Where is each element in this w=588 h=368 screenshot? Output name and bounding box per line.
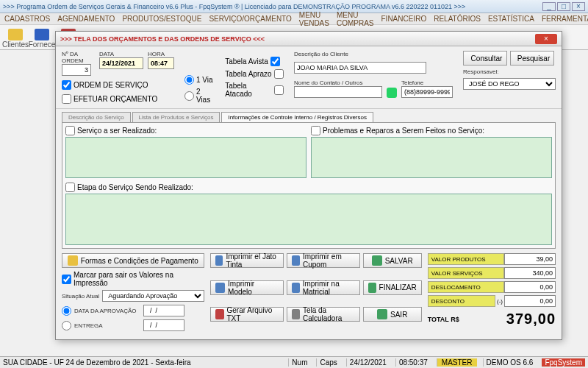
ordem-servico-check[interactable]: ORDEM DE SERVIÇO xyxy=(62,80,174,90)
situacao-label: Situação Atual xyxy=(62,293,99,300)
tab-controle-interno[interactable]: Informações de Controle Interno / Regist… xyxy=(221,112,373,122)
save-icon xyxy=(372,255,382,266)
responsavel-select[interactable]: JOSÉ DO REGO xyxy=(463,78,556,90)
order-no-input[interactable] xyxy=(62,64,91,76)
tabela-aprazo-check[interactable]: Tabela Aprazo xyxy=(225,69,284,79)
status-master: MASTER xyxy=(437,358,477,367)
finalizar-button[interactable]: FINALIZAR xyxy=(363,280,422,295)
statusbar: SUA CIDADE - UF 24 de Dezembro de 2021 -… xyxy=(0,356,588,368)
status-date: 24/12/2021 xyxy=(346,358,390,367)
status-caps: Caps xyxy=(316,358,340,367)
panel1-check[interactable] xyxy=(65,126,75,135)
tab-descricao[interactable]: Descrição do Serviço xyxy=(62,112,131,122)
left-controls: Formas e Condições de Pagamento Marcar p… xyxy=(62,253,204,331)
menu-compras[interactable]: MENU COMPRAS xyxy=(337,11,374,27)
panel-etapa: Etapa do Serviço Sendo Realizado: xyxy=(65,183,552,247)
status-left: SUA CIDADE - UF 24 de Dezembro de 2021 -… xyxy=(3,358,282,367)
tabs: Descrição do Serviço Lista de Produtos e… xyxy=(62,112,556,122)
marcar-valores-check[interactable]: Marcar para sair os Valores na Impressão xyxy=(62,271,204,287)
tabela-atacado-check[interactable]: Tabela Atacado xyxy=(225,82,284,98)
total-value: 379,00 xyxy=(506,311,556,328)
date-label: DATA xyxy=(99,51,143,57)
print-grid: Imprimir el Jato Tinta Imprimir em Cupom… xyxy=(210,253,422,331)
valor-servicos-label: VALOR SERVIÇOS xyxy=(428,267,504,279)
txt-icon xyxy=(215,309,224,319)
menu-agendamento[interactable]: AGENDAMENTO xyxy=(57,15,115,23)
deslocamento-label: DESLOCAMENTO xyxy=(428,281,504,293)
print-jato-button[interactable]: Imprimir el Jato Tinta xyxy=(210,253,284,268)
cliente-input[interactable] xyxy=(294,62,426,74)
supplier-icon xyxy=(35,29,49,40)
menu-cadastros[interactable]: CADASTROS xyxy=(4,15,50,23)
situacao-select[interactable]: Aguardando Aprovação xyxy=(102,290,204,302)
order-modal: >>> TELA DOS ORÇAMENTOS E DAS ORDENS DE … xyxy=(55,31,562,340)
calculadora-button[interactable]: Tela da Calculadora xyxy=(287,307,360,322)
via1-radio[interactable]: 1 Via xyxy=(184,75,215,85)
gerar-txt-button[interactable]: Gerar Arquivo TXT xyxy=(210,307,284,322)
exit-icon xyxy=(377,309,387,319)
menu-financeiro[interactable]: FINANCEIRO xyxy=(381,15,427,23)
menu-estatistica[interactable]: ESTATÍSTICA xyxy=(488,15,534,23)
print-cupom-button[interactable]: Imprimir em Cupom xyxy=(287,253,360,268)
salvar-button[interactable]: SALVAR xyxy=(363,253,422,268)
via2-radio[interactable]: 2 Vias xyxy=(184,88,215,104)
check-icon xyxy=(368,283,376,293)
app-title: >>> Programa Ordem de Serviços Gerais & … xyxy=(3,3,542,10)
panel2-check[interactable] xyxy=(311,126,320,135)
deslocamento-value: 0,00 xyxy=(504,281,556,293)
sair-button[interactable]: SAIR xyxy=(363,307,422,322)
menu-produtos[interactable]: PRODUTOS/ESTOQUE xyxy=(122,15,201,23)
menu-vendas[interactable]: MENU VENDAS xyxy=(299,11,329,27)
contato-label: Nome do Contato / Outros xyxy=(294,79,382,86)
telefone-input[interactable] xyxy=(401,86,453,98)
modal-close-button[interactable]: × xyxy=(535,34,557,44)
app-titlebar: >>> Programa Ordem de Serviços Gerais & … xyxy=(0,0,588,13)
modal-title: >>> TELA DOS ORÇAMENTOS E DAS ORDENS DE … xyxy=(60,35,535,43)
minimize-button[interactable]: _ xyxy=(542,2,556,11)
status-demo: DEMO OS 6.6 xyxy=(483,358,537,367)
toolbar-fornece[interactable]: Fornece xyxy=(29,26,54,49)
responsavel-label: Responsavel: xyxy=(463,68,556,75)
data-aprov-radio[interactable] xyxy=(62,306,71,316)
status-fpq: FpqSystem xyxy=(542,358,585,367)
order-no-label: Nº DA ORDEM xyxy=(62,51,95,64)
panel-servico-realizar: Serviço a ser Realizado: xyxy=(65,126,306,180)
clients-icon xyxy=(8,29,23,40)
efetuar-orcamento-check[interactable]: EFETUAR ORÇAMENTO xyxy=(62,94,174,104)
modal-titlebar: >>> TELA DOS ORÇAMENTOS E DAS ORDENS DE … xyxy=(56,32,562,46)
time-input[interactable] xyxy=(148,57,174,69)
formas-pagamento-button[interactable]: Formas e Condições de Pagamento xyxy=(62,253,204,268)
tab-lista-produtos[interactable]: Lista de Produtos e Serviços xyxy=(132,112,220,122)
whatsapp-icon[interactable] xyxy=(387,88,397,98)
panel-problemas: Problemas e Reparos a Serem Feitos no Se… xyxy=(311,126,552,180)
menu-relatorios[interactable]: RELATÓRIOS xyxy=(434,15,481,23)
data-aprov-input[interactable] xyxy=(143,305,184,316)
print-modelo-button[interactable]: Imprimir Modelo xyxy=(210,280,284,295)
calculator-icon xyxy=(292,309,300,319)
desconto-label: DESCONTO xyxy=(428,295,495,307)
entrega-radio[interactable] xyxy=(62,321,71,330)
date-input[interactable] xyxy=(99,57,143,69)
template-icon xyxy=(215,283,225,293)
panel3-check[interactable] xyxy=(65,183,75,192)
menu-servico[interactable]: SERVIÇO/ORÇAMENTO xyxy=(209,15,291,23)
contato-input[interactable] xyxy=(294,86,382,98)
tabela-avista-check[interactable]: Tabela Avista xyxy=(225,57,284,66)
etapa-textarea[interactable] xyxy=(65,194,552,245)
printer-icon xyxy=(215,255,223,266)
status-time: 08:50:37 xyxy=(395,358,431,367)
entrega-input[interactable] xyxy=(143,319,184,331)
valor-servicos-value: 340,00 xyxy=(504,267,556,279)
telefone-label: Telefone xyxy=(401,79,453,86)
maximize-button[interactable]: □ xyxy=(557,2,570,11)
dotmatrix-icon xyxy=(292,283,300,293)
consultar-button[interactable]: Consultar xyxy=(463,51,507,66)
menu-ferramentas[interactable]: FERRAMENTAS xyxy=(542,15,588,23)
menubar: CADASTROS AGENDAMENTO PRODUTOS/ESTOQUE S… xyxy=(0,13,588,25)
print-matricial-button[interactable]: Imprimir na Matricial xyxy=(287,280,360,295)
problemas-textarea[interactable] xyxy=(311,137,552,178)
servico-realizar-textarea[interactable] xyxy=(65,137,306,178)
close-button[interactable]: × xyxy=(572,2,585,11)
pesquisar-button[interactable]: Pesquisar xyxy=(510,51,554,66)
toolbar-clientes[interactable]: Clientes xyxy=(3,26,28,49)
